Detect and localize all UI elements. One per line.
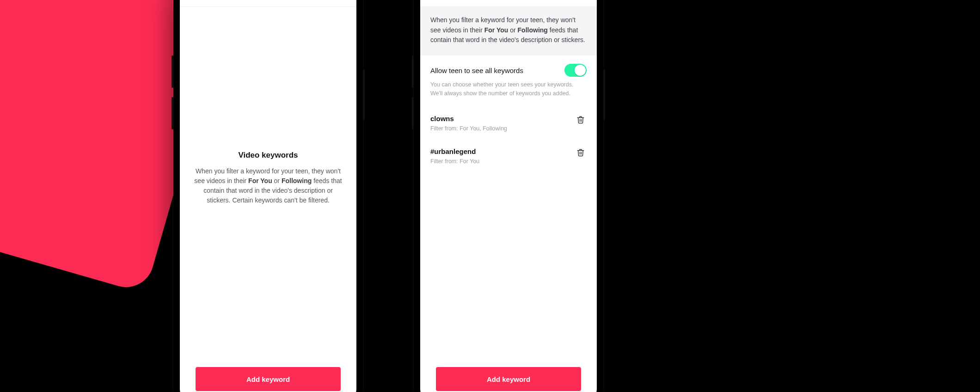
keyword-filter-source: Filter from: For You (430, 158, 569, 165)
keyword-filter-source: Filter from: For You, Following (430, 125, 569, 132)
screen-1: Filter video keywords Video keywords Whe… (180, 0, 356, 392)
keyword-item: #urbanlegendFilter from: For You (420, 140, 597, 173)
keyword-item: clownsFilter from: For You, Following (420, 107, 597, 140)
toggle-knob (575, 65, 586, 76)
phone-volume-button (412, 97, 414, 129)
trash-icon (576, 117, 585, 125)
screen-2: Filter video keywords When you filter a … (420, 0, 597, 392)
keyword-list: clownsFilter from: For You, Following#ur… (420, 107, 597, 173)
info-banner: When you filter a keyword for your teen,… (420, 7, 597, 55)
back-button[interactable] (427, 0, 442, 6)
keyword-name: clowns (430, 115, 569, 122)
phone-mockup-2: Filter video keywords When you filter a … (414, 0, 603, 392)
keyword-name: #urbanlegend (430, 147, 569, 155)
allow-teen-hint: You can choose whether your teen sees yo… (430, 80, 587, 98)
phone-mockup-1: Filter video keywords Video keywords Whe… (173, 0, 363, 392)
empty-state-heading: Video keywords (238, 151, 298, 160)
spacer (420, 173, 597, 367)
back-button[interactable] (186, 0, 202, 6)
navigation-bar: Filter video keywords (420, 0, 597, 7)
phone-volume-button (172, 55, 173, 88)
add-keyword-button[interactable]: Add keyword (436, 367, 581, 391)
allow-teen-label: Allow teen to see all keywords (430, 67, 523, 74)
empty-state: Video keywords When you filter a keyword… (180, 7, 356, 367)
allow-teen-toggle[interactable] (564, 64, 587, 77)
phone-power-button (363, 69, 365, 120)
navigation-bar: Filter video keywords (180, 0, 356, 7)
trash-icon (576, 150, 585, 158)
phone-volume-button (412, 55, 414, 88)
empty-state-description: When you filter a keyword for your teen,… (191, 166, 345, 205)
delete-keyword-button[interactable] (576, 115, 587, 126)
phone-volume-button (172, 97, 173, 129)
allow-teen-section: Allow teen to see all keywords You can c… (420, 55, 597, 107)
delete-keyword-button[interactable] (576, 147, 587, 159)
add-keyword-button[interactable]: Add keyword (196, 367, 341, 391)
phone-power-button (603, 69, 605, 120)
